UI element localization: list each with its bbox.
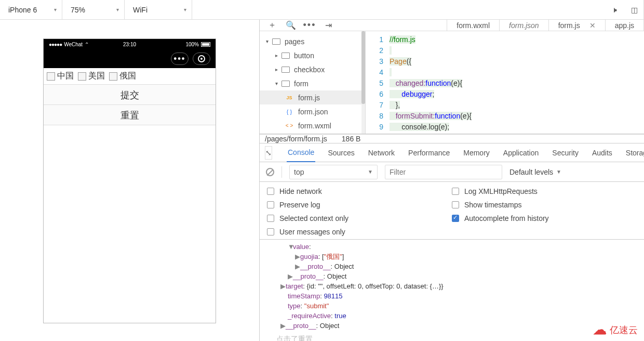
context-selector[interactable]: top ▼ (289, 165, 378, 179)
close-icon[interactable]: ✕ (589, 21, 596, 30)
chevron-down-icon: ▾ (116, 7, 119, 12)
more-icon: ••• (174, 54, 186, 63)
line-gutter: 123456789 (366, 31, 390, 134)
check-label: Selected context only (279, 214, 348, 222)
levels-label: Default levels (509, 168, 553, 176)
submit-button[interactable]: 提交 (44, 84, 216, 105)
check-show-timestamps[interactable]: Show timestamps (452, 201, 637, 209)
clear-console-icon[interactable] (266, 168, 274, 176)
devtab-audits[interactable]: Audits (591, 143, 613, 162)
element-picker-icon[interactable]: ⤡ (265, 146, 272, 160)
tree-label: form (294, 80, 308, 88)
tab-form-js[interactable]: form.js ✕ (548, 20, 605, 31)
cloud-icon: ☁ (593, 322, 607, 338)
check-selected-context-only[interactable]: Selected context only (267, 214, 452, 222)
chevron-down-icon: ▾ (54, 7, 57, 12)
caret-right-icon: ▸ (275, 53, 281, 58)
code-editor[interactable]: 123456789 //form.js Page({ changed:funct… (366, 31, 644, 134)
checkbox-icon (267, 228, 274, 235)
more-actions-icon[interactable]: ••• (300, 20, 319, 31)
console-output[interactable]: ▼value: ▶guojia: ["俄国"] ▶__proto__: Obje… (260, 240, 644, 333)
zoom-selector[interactable]: 75% ▾ (62, 0, 125, 19)
checkbox-us-label: 美国 (88, 71, 105, 82)
tab-label: form.js (558, 21, 580, 30)
tree-label: form.wxml (298, 122, 331, 130)
device-selector[interactable]: iPhone 6 ▾ (0, 0, 62, 19)
checkbox-icon (452, 215, 459, 222)
filter-input[interactable] (385, 165, 502, 179)
devtab-console[interactable]: Console (287, 144, 315, 162)
caret-down-icon: ▼ (368, 169, 373, 175)
folder-icon (281, 67, 290, 73)
check-preserve-log[interactable]: Preserve log (267, 201, 452, 209)
devtab-security[interactable]: Security (551, 143, 580, 162)
tree-checkbox[interactable]: ▸checkbox (260, 62, 365, 76)
checks-left-column: Hide networkPreserve logSelected context… (267, 187, 452, 236)
check-hide-network[interactable]: Hide network (267, 187, 452, 195)
checkbox-icon (452, 188, 459, 195)
devtab-sources[interactable]: Sources (327, 143, 355, 162)
tree-button[interactable]: ▸button (260, 48, 365, 62)
search-icon[interactable]: 🔍 (281, 20, 300, 31)
file-path: /pages/form/form.js (265, 135, 327, 143)
tab-form-wxml[interactable]: form.wxml (447, 20, 499, 31)
carrier-label: WeChat (64, 42, 83, 47)
tree-label: checkbox (294, 65, 325, 74)
network-selector[interactable]: WiFi ▾ (125, 0, 192, 19)
scroll-thumb[interactable] (361, 31, 365, 104)
check-label: Preserve log (279, 201, 320, 209)
brand-text: 亿速云 (610, 324, 638, 336)
wifi-icon: ⌃ (85, 42, 89, 47)
levels-selector[interactable]: Default levels ▼ (509, 168, 561, 176)
tree-form[interactable]: ▾form (260, 76, 365, 90)
tree-label: form.json (298, 108, 328, 116)
clock: 23:10 (123, 42, 136, 47)
devtab-storage[interactable]: Storage (625, 143, 644, 162)
devtab-application[interactable]: Application (502, 143, 540, 162)
reset-button[interactable]: 重置 (44, 104, 216, 125)
devtab-memory[interactable]: Memory (462, 143, 491, 162)
tree-label: form.js (298, 94, 320, 102)
checkbox-ru[interactable] (109, 72, 117, 81)
check-autocomplete-from-history[interactable]: Autocomplete from history (452, 214, 637, 222)
overlap-icon[interactable]: ◫ (625, 0, 643, 19)
tab-app-js[interactable]: app.js (605, 20, 644, 31)
devtab-network[interactable]: Network (367, 143, 396, 162)
tree-scrollbar[interactable] (361, 31, 365, 134)
tree-form-js[interactable]: JSform.js (260, 90, 365, 104)
folder-icon (281, 81, 290, 87)
folder-icon (272, 38, 280, 45)
capsule-close[interactable] (193, 53, 210, 65)
tab-form-json[interactable]: form.json (499, 20, 548, 31)
check-label: User messages only (279, 228, 345, 236)
checkbox-us[interactable] (78, 72, 86, 81)
new-file-icon[interactable]: ＋ (263, 20, 281, 31)
tree-form-wxml[interactable]: < >form.wxml (260, 119, 365, 133)
battery-pct: 100% (185, 42, 199, 47)
check-user-messages-only[interactable]: User messages only (267, 228, 452, 236)
checkbox-icon (267, 188, 274, 195)
check-log-xmlhttprequests[interactable]: Log XMLHttpRequests (452, 187, 637, 195)
check-label: Show timestamps (464, 201, 521, 209)
collapse-icon[interactable]: ⇥ (319, 20, 338, 31)
checkbox-cn[interactable] (47, 72, 55, 81)
console-last-message: 点击了重置 (260, 333, 644, 341)
tree-pages[interactable]: ▾pages (260, 34, 365, 48)
phone-titlebar: ••• (44, 49, 216, 68)
tree-form-wxss[interactable]: WXSSform.wxss (260, 133, 365, 134)
caret-right-icon: ▸ (275, 67, 281, 72)
devtab-performance[interactable]: Performance (407, 143, 451, 162)
file-tree: ▾pages ▸button ▸checkbox ▾form JSform.js… (260, 31, 366, 134)
network-label: WiFi (133, 6, 147, 14)
check-label: Log XMLHttpRequests (464, 187, 538, 195)
mute-icon[interactable]: 🕨 (606, 0, 625, 19)
simulator-panel: ●●●●● WeChat ⌃ 23:10 100% ••• 中国 美国 俄国 提… (0, 20, 260, 341)
js-icon: JS (285, 95, 294, 100)
capsule-menu[interactable]: ••• (171, 53, 189, 65)
divider (281, 166, 282, 178)
devtools-tabs: ⤡ ConsoleSourcesNetworkPerformanceMemory… (260, 143, 644, 162)
signal-dots: ●●●●● (49, 42, 62, 47)
context-label: top (294, 168, 304, 176)
tree-form-json[interactable]: { }form.json (260, 104, 365, 119)
phone-statusbar: ●●●●● WeChat ⌃ 23:10 100% (44, 39, 216, 49)
